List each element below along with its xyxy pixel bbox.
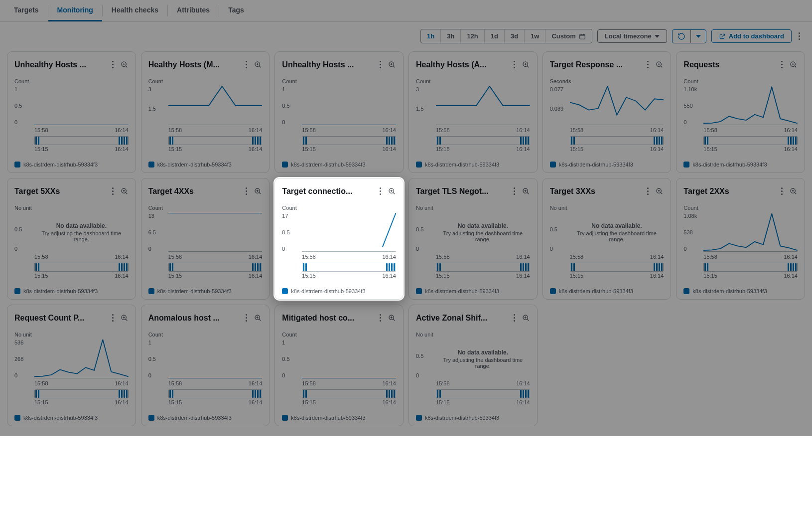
nodata-message: No data available.Try adjusting the dash…: [436, 340, 530, 378]
chart-legend: k8s-distrdem-distrhub-59334f3: [550, 156, 664, 168]
timezone-label: Local timezone: [605, 32, 652, 40]
chart-menu-button[interactable]: [110, 311, 116, 325]
chart-plot[interactable]: [570, 86, 664, 125]
tab-tags[interactable]: Tags: [219, 0, 253, 21]
expand-icon[interactable]: [388, 314, 396, 322]
expand-icon[interactable]: [254, 187, 262, 195]
time-scrubber[interactable]: [168, 263, 263, 272]
expand-icon[interactable]: [656, 61, 664, 69]
expand-icon[interactable]: [656, 187, 664, 195]
add-to-dashboard-button[interactable]: Add to dashboard: [711, 29, 792, 43]
chart-plot[interactable]: [168, 340, 263, 378]
expand-icon[interactable]: [121, 61, 129, 69]
time-scrubber[interactable]: [436, 263, 530, 272]
chart-plot[interactable]: No data available.Try adjusting the dash…: [34, 213, 129, 252]
chart-menu-button[interactable]: [244, 184, 249, 198]
chart-plot[interactable]: No data available.Try adjusting the dash…: [570, 213, 664, 252]
range-1w[interactable]: 1w: [525, 29, 545, 43]
refresh-options-button[interactable]: [690, 30, 706, 43]
more-actions-button[interactable]: [797, 29, 802, 43]
time-scrubber[interactable]: [570, 136, 664, 145]
expand-icon[interactable]: [522, 314, 530, 322]
chart-menu-button[interactable]: [779, 184, 785, 198]
tab-attributes[interactable]: Attributes: [168, 0, 219, 21]
x-axis-mini: 15:1516:14: [34, 399, 129, 405]
chart-plot[interactable]: No data available.Try adjusting the dash…: [436, 213, 530, 252]
expand-icon[interactable]: [522, 61, 530, 69]
chart-menu-button[interactable]: [512, 311, 517, 325]
chart-menu-button[interactable]: [110, 184, 116, 198]
tab-targets[interactable]: Targets: [5, 0, 48, 21]
chart-plot[interactable]: [302, 86, 396, 125]
chart-menu-button[interactable]: [378, 184, 383, 198]
chart-menu-button[interactable]: [110, 58, 116, 71]
range-1d[interactable]: 1d: [485, 29, 505, 43]
range-3d[interactable]: 3d: [505, 29, 525, 43]
expand-icon[interactable]: [254, 61, 262, 69]
calendar-icon: [579, 33, 586, 40]
chart-plot[interactable]: [302, 340, 396, 378]
legend-label: k8s-distrdem-distrhub-59334f3: [23, 162, 98, 168]
time-scrubber[interactable]: [168, 389, 263, 398]
chart-plot[interactable]: [703, 86, 798, 125]
time-scrubber[interactable]: [34, 136, 129, 145]
legend-label: k8s-distrdem-distrhub-59334f3: [157, 288, 232, 294]
time-scrubber[interactable]: [570, 263, 664, 272]
tab-health-checks[interactable]: Health checks: [103, 0, 167, 21]
chart-menu-button[interactable]: [645, 184, 651, 198]
chart-plot[interactable]: [168, 86, 263, 125]
chart-legend: k8s-distrdem-distrhub-59334f3: [148, 409, 263, 421]
chart-plot[interactable]: [302, 213, 396, 252]
chart-legend: k8s-distrdem-distrhub-59334f3: [14, 409, 129, 421]
expand-icon[interactable]: [388, 187, 396, 195]
time-scrubber[interactable]: [703, 263, 798, 272]
chart-plot[interactable]: [703, 213, 798, 252]
time-scrubber[interactable]: [302, 136, 396, 145]
chart-plot[interactable]: [34, 86, 129, 125]
range-3h[interactable]: 3h: [441, 29, 461, 43]
legend-label: k8s-distrdem-distrhub-59334f3: [559, 162, 633, 168]
chart-menu-button[interactable]: [244, 58, 249, 71]
chart-card-healthy-a: Healthy Hosts (A...Count31.515:5816:1415…: [408, 51, 538, 173]
chart-menu-button[interactable]: [512, 58, 517, 71]
chart-menu-button[interactable]: [779, 58, 785, 71]
expand-icon[interactable]: [254, 314, 262, 322]
time-scrubber[interactable]: [34, 389, 129, 398]
refresh-button[interactable]: [673, 30, 690, 43]
range-custom[interactable]: Custom: [545, 29, 591, 43]
chart-plot[interactable]: No data available.Try adjusting the dash…: [436, 340, 530, 378]
chart-menu-button[interactable]: [512, 184, 517, 198]
chart-menu-button[interactable]: [378, 311, 383, 325]
expand-icon[interactable]: [121, 314, 129, 322]
chart-card-t-tls: Target TLS Negot...No unit0.50No data av…: [408, 178, 538, 300]
chart-menu-button[interactable]: [244, 311, 249, 325]
expand-icon[interactable]: [388, 61, 396, 69]
expand-icon[interactable]: [522, 187, 530, 195]
range-1h[interactable]: 1h: [421, 29, 441, 43]
chart-title: Anomalous host ...: [148, 314, 241, 323]
tab-monitoring[interactable]: Monitoring: [48, 0, 102, 21]
chart-menu-button[interactable]: [378, 58, 383, 71]
expand-icon[interactable]: [790, 61, 798, 69]
expand-icon[interactable]: [121, 187, 129, 195]
time-scrubber[interactable]: [436, 389, 530, 398]
time-scrubber[interactable]: [302, 263, 396, 272]
timezone-dropdown[interactable]: Local timezone: [597, 29, 667, 43]
range-12h[interactable]: 12h: [461, 29, 484, 43]
chart-plot[interactable]: [34, 340, 129, 378]
chart-card-zonalshift: Active Zonal Shif...No unit0.50No data a…: [408, 305, 538, 426]
legend-swatch: [14, 288, 20, 294]
chart-plot[interactable]: [436, 86, 530, 125]
time-scrubber[interactable]: [34, 263, 129, 272]
chart-card-mitigated: Mitigated host co...Count10.5015:5816:14…: [274, 305, 404, 426]
chart-menu-button[interactable]: [645, 58, 651, 71]
x-axis-main: 15:5816:14: [416, 380, 530, 386]
caret-down-icon: [696, 35, 701, 38]
time-scrubber[interactable]: [168, 136, 263, 145]
time-scrubber[interactable]: [302, 389, 396, 398]
time-scrubber[interactable]: [703, 136, 798, 145]
expand-icon[interactable]: [790, 187, 798, 195]
legend-label: k8s-distrdem-distrhub-59334f3: [692, 162, 767, 168]
time-scrubber[interactable]: [436, 136, 530, 145]
chart-plot[interactable]: [168, 213, 263, 252]
